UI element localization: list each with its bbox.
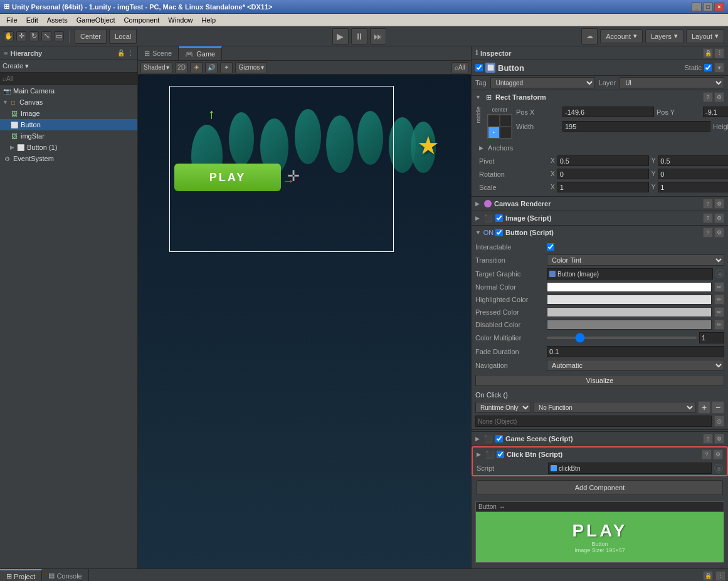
menu-edit[interactable]: Edit	[23, 15, 42, 25]
account-dropdown[interactable]: Account ▾	[600, 29, 643, 43]
runtime-dropdown[interactable]: Runtime Only	[475, 402, 531, 413]
pressed-color-swatch[interactable]	[547, 307, 712, 317]
object-name-input[interactable]	[498, 63, 682, 73]
hierarchy-lock[interactable]: 🔓	[117, 50, 125, 56]
game-scene-settings[interactable]: ⚙	[714, 434, 724, 444]
onclick-obj-field[interactable]	[475, 416, 712, 427]
inspector-lock[interactable]: 🔓	[703, 48, 713, 58]
hierarchy-item-main-camera[interactable]: 📷 Main Camera	[0, 85, 137, 97]
rot-x-input[interactable]	[557, 169, 649, 179]
menu-file[interactable]: File	[3, 15, 21, 25]
close-button[interactable]: ×	[714, 3, 724, 11]
canvas-renderer-header[interactable]: ▶ Canvas Renderer ? ⚙	[472, 197, 728, 211]
button-script-help[interactable]: ?	[703, 228, 713, 238]
bottom-lock[interactable]: 🔓	[703, 571, 713, 581]
2d-toggle[interactable]: 2D	[175, 62, 187, 73]
click-btn-script-dot[interactable]: ◎	[714, 464, 723, 473]
scale-y-input[interactable]	[658, 182, 728, 192]
tool-move[interactable]: ✛	[16, 31, 26, 41]
menu-gameobject[interactable]: GameObject	[73, 15, 119, 25]
fx-toggle[interactable]: ✦	[220, 62, 233, 73]
center-toggle[interactable]: Center	[75, 29, 107, 44]
step-button[interactable]: ⏭	[370, 28, 386, 44]
layout-dropdown[interactable]: Layout ▾	[686, 29, 724, 43]
add-component-button[interactable]: Add Component	[477, 480, 723, 495]
tag-dropdown[interactable]: Untagged	[490, 77, 595, 88]
hierarchy-menu[interactable]: ⋮	[127, 50, 134, 56]
static-checkbox[interactable]	[704, 64, 712, 71]
game-scene-checkbox[interactable]	[495, 435, 503, 442]
button-script-header[interactable]: ▼ ON Button (Script) ? ⚙	[472, 226, 728, 239]
rect-transform-header[interactable]: ▼ ⊞ Rect Transform ? ⚙	[472, 90, 728, 104]
pause-button[interactable]: ⏸	[351, 28, 367, 44]
tool-rotate[interactable]: ↻	[29, 31, 39, 41]
click-btn-header[interactable]: ▶ ⬛ Click Btn (Script) ? ⚙	[473, 448, 727, 461]
audio-toggle[interactable]: 🔊	[205, 62, 218, 73]
normal-color-swatch[interactable]	[547, 282, 712, 292]
shading-dropdown[interactable]: Shaded ▾	[140, 62, 172, 73]
function-dropdown[interactable]: No Function	[534, 402, 695, 413]
minimize-button[interactable]: _	[692, 3, 702, 11]
pivot-y-input[interactable]	[658, 155, 728, 166]
hierarchy-item-button1[interactable]: ▶ ⬜ Button (1)	[0, 142, 137, 153]
canvas-renderer-help[interactable]: ?	[703, 199, 713, 209]
layers-dropdown[interactable]: Layers ▾	[645, 29, 683, 43]
normal-color-edit[interactable]: ✏	[714, 282, 724, 292]
hierarchy-item-button[interactable]: ⬜ Button	[0, 119, 137, 130]
disabled-color-swatch[interactable]	[547, 320, 712, 330]
cloud-button[interactable]: ☁	[581, 28, 598, 44]
interactable-checkbox[interactable]	[547, 243, 554, 251]
tool-scale[interactable]: ⤡	[41, 31, 51, 41]
fade-duration-input[interactable]	[547, 346, 724, 357]
rect-transform-help[interactable]: ?	[703, 92, 713, 102]
hierarchy-create[interactable]: Create ▾	[0, 60, 137, 73]
visualize-button[interactable]: Visualize	[475, 375, 724, 386]
target-graphic-ref[interactable]: Button (Image)	[547, 268, 713, 280]
bottom-menu[interactable]: ⋮	[715, 571, 725, 581]
onclick-remove[interactable]: −	[712, 401, 724, 414]
navigation-dropdown[interactable]: Automatic	[547, 360, 724, 371]
local-toggle[interactable]: Local	[109, 29, 137, 44]
click-btn-script-ref[interactable]: clickBtn	[548, 463, 712, 474]
click-btn-settings[interactable]: ⚙	[713, 449, 723, 459]
onclick-obj-dot[interactable]: ◎	[714, 416, 724, 427]
click-btn-help[interactable]: ?	[702, 449, 712, 459]
tool-rect[interactable]: ▭	[54, 31, 64, 41]
tab-project[interactable]: ⊞ Project	[0, 569, 42, 581]
rot-y-input[interactable]	[658, 169, 728, 179]
game-scene-help[interactable]: ?	[703, 434, 713, 444]
tool-hand[interactable]: ✋	[4, 31, 14, 41]
menu-help[interactable]: Help	[198, 15, 219, 25]
object-enabled-checkbox[interactable]	[475, 64, 483, 71]
hierarchy-search[interactable]	[0, 73, 137, 85]
lighting-toggle[interactable]: ☀	[190, 62, 203, 73]
inspector-menu[interactable]: ⋮	[714, 48, 724, 58]
button-script-settings[interactable]: ⚙	[714, 228, 724, 238]
pressed-color-edit[interactable]: ✏	[714, 307, 724, 317]
image-script-settings[interactable]: ⚙	[714, 213, 724, 223]
static-dropdown-btn[interactable]: ▾	[714, 63, 724, 73]
maximize-button[interactable]: □	[703, 3, 713, 11]
onclick-add[interactable]: +	[698, 401, 710, 414]
filter-dropdown[interactable]: ⌕All	[451, 62, 468, 73]
game-scene-header[interactable]: ▶ ⬛ Game Scene (Script) ? ⚙	[472, 432, 728, 446]
anchor-widget[interactable]: +	[487, 114, 512, 139]
color-multiplier-slider[interactable]	[547, 337, 697, 339]
menu-window[interactable]: Window	[164, 15, 196, 25]
click-btn-checkbox[interactable]	[497, 451, 504, 458]
menu-component[interactable]: Component	[120, 15, 163, 25]
image-script-header[interactable]: ▶ ⬛ Image (Script) ? ⚙	[472, 211, 728, 225]
pos-x-input[interactable]	[562, 107, 654, 117]
hierarchy-item-image[interactable]: 🖼 Image	[0, 108, 137, 119]
target-graphic-dot[interactable]: ◎	[715, 270, 724, 278]
highlighted-color-swatch[interactable]	[547, 295, 712, 305]
image-script-help[interactable]: ?	[703, 213, 713, 223]
rect-transform-settings[interactable]: ⚙	[714, 92, 724, 102]
disabled-color-edit[interactable]: ✏	[714, 320, 724, 330]
tab-scene[interactable]: ⊞ Scene	[138, 46, 179, 60]
menu-assets[interactable]: Assets	[43, 15, 71, 25]
scale-x-input[interactable]	[557, 182, 649, 192]
color-multiplier-value[interactable]	[699, 332, 724, 343]
transition-dropdown[interactable]: Color Tint	[547, 254, 724, 266]
pos-y-input[interactable]	[703, 107, 728, 117]
